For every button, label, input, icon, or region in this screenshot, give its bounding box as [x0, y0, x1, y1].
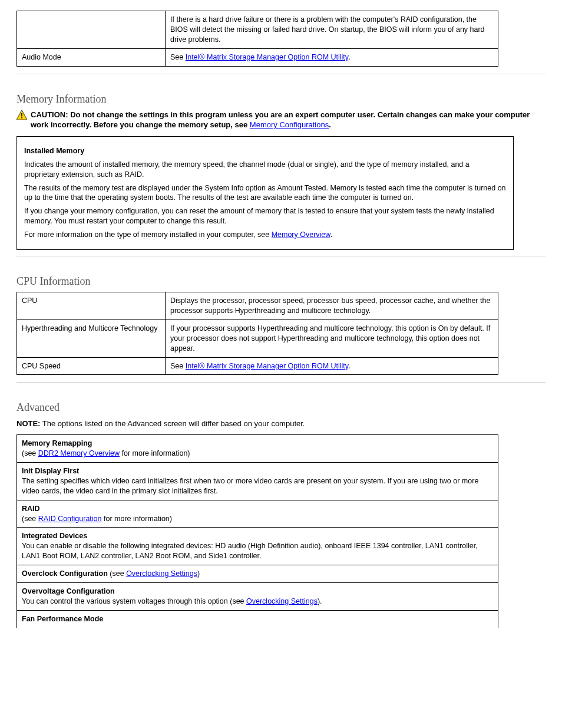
- cell-cpu-speed-label: CPU Speed: [17, 357, 166, 375]
- cell-cpu-speed-value: See Intel® Matrix Storage Manager Option…: [166, 357, 498, 375]
- table-audio-mode: If there is a hard drive failure or ther…: [16, 11, 498, 67]
- divider: [16, 74, 546, 74]
- table-row: CPU Speed See Intel® Matrix Storage Mana…: [17, 357, 498, 375]
- text-prefix: For more information on the type of memo…: [24, 230, 272, 239]
- cell-audio-mode-label: Audio Mode: [17, 48, 166, 66]
- cell-init-display: Init Display First The setting specifies…: [17, 463, 498, 500]
- value-init-display: The setting specifies which video card i…: [22, 477, 478, 495]
- link-matrix-storage[interactable]: Intel® Matrix Storage Manager Option ROM…: [186, 53, 348, 61]
- value-integrated-devices: You can enable or disable the following …: [22, 542, 478, 560]
- label-overclock: Overclock Configuration: [22, 569, 108, 578]
- cell-empty: [17, 11, 166, 49]
- cell-hdd-failure: If there is a hard drive failure or ther…: [166, 11, 498, 49]
- link-raid-configuration[interactable]: RAID Configuration: [38, 515, 102, 523]
- text-suffix: for more information): [102, 515, 172, 523]
- text-prefix: You can control the various system volta…: [22, 597, 246, 605]
- warning-icon: [16, 110, 27, 123]
- heading-advanced: Advanced: [16, 400, 546, 414]
- cell-cpu-value: Displays the processor, processor speed,…: [166, 292, 498, 320]
- memory-box-line-4: For more information on the type of memo…: [24, 230, 506, 240]
- table-row: If there is a hard drive failure or ther…: [17, 11, 498, 49]
- cell-memory-remapping: Memory Remapping (see DDR2 Memory Overvi…: [17, 435, 498, 463]
- text-prefix: (see: [22, 515, 38, 523]
- table-row: RAID (see RAID Configuration for more in…: [17, 500, 498, 528]
- caution-suffix: .: [329, 120, 331, 129]
- cell-integrated-devices: Integrated Devices You can enable or dis…: [17, 528, 498, 565]
- cell-overclock: Overclock Configuration (see Overclockin…: [17, 565, 498, 583]
- text-prefix: (see: [22, 449, 38, 457]
- table-cpu-information: CPU Displays the processor, processor sp…: [16, 292, 498, 375]
- table-row: CPU Displays the processor, processor sp…: [17, 292, 498, 320]
- link-overclocking-1[interactable]: Overclocking Settings: [126, 569, 197, 578]
- table-advanced: Memory Remapping (see DDR2 Memory Overvi…: [16, 434, 498, 627]
- text-prefix: See: [170, 53, 186, 61]
- link-ddr2-overview[interactable]: DDR2 Memory Overview: [38, 449, 120, 457]
- table-row: Integrated Devices You can enable or dis…: [17, 528, 498, 565]
- table-row: Hyperthreading and Multicore Technology …: [17, 319, 498, 357]
- text-suffix: ): [197, 569, 200, 578]
- link-memory-overview[interactable]: Memory Overview: [272, 230, 330, 239]
- memory-info-box: Installed Memory Indicates the amount of…: [16, 136, 514, 250]
- cell-ht-label: Hyperthreading and Multicore Technology: [17, 319, 166, 357]
- note-prefix: NOTE:: [16, 419, 40, 428]
- memory-box-line-2: The results of the memory test are displ…: [24, 183, 506, 203]
- memory-box-line-3: If you change your memory configuration,…: [24, 206, 506, 226]
- label-fan-mode: Fan Performance Mode: [22, 615, 103, 623]
- advanced-note: NOTE: The options listed on the Advanced…: [16, 419, 546, 429]
- text-prefix: See: [170, 362, 186, 370]
- text-suffix: .: [348, 362, 350, 370]
- installed-memory-header: Installed Memory: [24, 147, 84, 155]
- label-init-display: Init Display First: [22, 467, 79, 475]
- table-row: Memory Remapping (see DDR2 Memory Overvi…: [17, 435, 498, 463]
- link-matrix-storage-2[interactable]: Intel® Matrix Storage Manager Option ROM…: [186, 362, 348, 370]
- text-suffix: .: [348, 53, 350, 61]
- text-suffix: for more information): [120, 449, 190, 457]
- cell-audio-mode-value: See Intel® Matrix Storage Manager Option…: [166, 48, 498, 66]
- label-integrated-devices: Integrated Devices: [22, 532, 87, 540]
- cell-overvoltage: Overvoltage Configuration You can contro…: [17, 582, 498, 610]
- heading-memory-information: Memory Information: [16, 92, 546, 106]
- cell-ht-value: If your processor supports Hyperthreadin…: [166, 319, 498, 357]
- memory-box-line-1: Indicates the amount of installed memory…: [24, 160, 506, 180]
- text-prefix: (see: [110, 569, 126, 578]
- svg-rect-1: [21, 113, 22, 117]
- text-suffix: .: [330, 230, 332, 239]
- table-row: Init Display First The setting specifies…: [17, 463, 498, 500]
- cell-fan-mode: Fan Performance Mode: [17, 610, 498, 627]
- svg-rect-2: [21, 117, 22, 118]
- caution-text: CAUTION: Do not change the settings in t…: [31, 110, 547, 130]
- link-overclocking-2[interactable]: Overclocking Settings: [246, 597, 318, 605]
- label-memory-remapping: Memory Remapping: [22, 439, 92, 447]
- divider: [16, 382, 546, 383]
- note-body: The options listed on the Advanced scree…: [40, 419, 305, 428]
- caution-line: CAUTION: Do not change the settings in t…: [16, 110, 547, 130]
- cell-raid: RAID (see RAID Configuration for more in…: [17, 500, 498, 528]
- label-raid: RAID: [22, 505, 40, 513]
- table-row: Fan Performance Mode: [17, 610, 498, 627]
- label-overvoltage: Overvoltage Configuration: [22, 587, 115, 595]
- table-row: Overclock Configuration (see Overclockin…: [17, 565, 498, 583]
- table-row: Audio Mode See Intel® Matrix Storage Man…: [17, 48, 498, 66]
- text-suffix: ).: [318, 597, 322, 605]
- divider: [16, 256, 546, 256]
- cell-cpu-label: CPU: [17, 292, 166, 320]
- table-row: Overvoltage Configuration You can contro…: [17, 582, 498, 610]
- link-memory-configurations[interactable]: Memory Configurations: [250, 120, 329, 129]
- heading-cpu-information: CPU Information: [16, 274, 546, 288]
